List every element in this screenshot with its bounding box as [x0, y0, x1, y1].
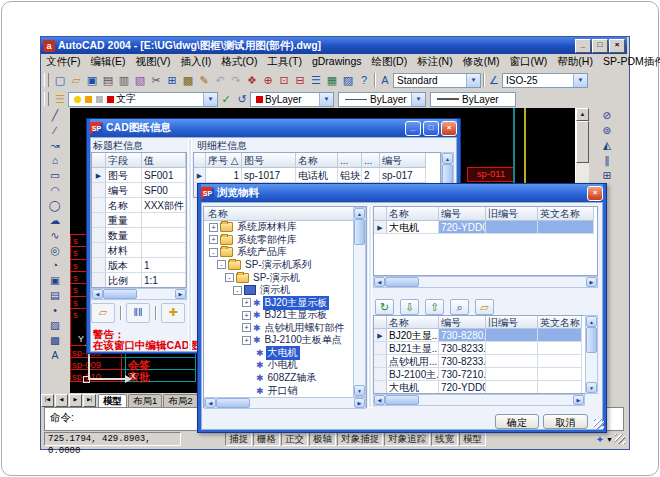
fields-row-3[interactable]: 重量	[92, 213, 186, 228]
tab-first-icon[interactable]: |◀	[41, 394, 54, 407]
status-menu-arrow-icon[interactable]: ▼	[606, 436, 613, 443]
properties-icon[interactable]: ☰	[308, 73, 324, 88]
scroll-thumb[interactable]	[586, 327, 597, 353]
details-header-4[interactable]: ...	[362, 153, 380, 168]
maximize-icon[interactable]: □	[423, 121, 439, 136]
circle-icon[interactable]: ◯	[46, 198, 64, 213]
tree-item-2[interactable]: -系统产品库	[204, 246, 353, 259]
scroll-thumb[interactable]	[385, 395, 419, 405]
fields-row-1[interactable]: 编号SF00	[92, 183, 186, 198]
tree-item-12[interactable]: ✱608ZZ轴承	[204, 372, 353, 385]
fields-row-6[interactable]: 版本1	[92, 258, 186, 273]
details-header-1[interactable]: 图号	[242, 153, 296, 168]
column-header-2[interactable]: 旧编号	[486, 207, 538, 221]
expand-icon[interactable]: +	[209, 235, 218, 244]
result-table[interactable]: 名称编号旧编号英文名称 ▶大电机720-YDD0...	[373, 206, 598, 276]
details-header-0[interactable]: 序号 △	[206, 153, 242, 168]
tree-vscrollbar[interactable]: ▲ ▼	[353, 207, 366, 397]
expand-icon[interactable]: +	[242, 311, 251, 320]
tree-item-1[interactable]: +系统零部件库	[204, 234, 353, 247]
array-icon[interactable]: ⊞	[598, 168, 616, 183]
lineweight-combo[interactable]: ByLayer	[430, 92, 516, 107]
scroll-left-icon[interactable]: ◀	[205, 398, 216, 408]
tree-item-4[interactable]: -SP-演示机	[204, 271, 353, 284]
scroll-thumb[interactable]	[385, 277, 419, 287]
plot-preview-icon[interactable]: ▥	[116, 73, 132, 88]
copy-icon[interactable]: ⊞	[164, 73, 180, 88]
browse-dialog-titlebar[interactable]: SP 浏览物料 ×	[201, 184, 603, 202]
collapse-icon[interactable]: -	[225, 273, 234, 282]
chevron-down-icon[interactable]: ▼	[319, 93, 333, 106]
column-header-1[interactable]: 编号	[439, 207, 486, 221]
tree-item-9[interactable]: +✱BJ-2100主板单点	[204, 334, 353, 347]
menu-item-1[interactable]: 编辑(E)	[85, 55, 130, 69]
list-table[interactable]: 名称编号旧编号英文名称 ▶BJ20主显...730-8280...BJ21主显.…	[373, 315, 598, 394]
table-row-0[interactable]: ▶BJ20主显...730-8280...	[374, 329, 597, 342]
tab-last-icon[interactable]: ▶|	[83, 394, 96, 407]
fields-row-5[interactable]: 材料	[92, 243, 186, 258]
save-icon[interactable]: ▣	[84, 73, 100, 88]
import-down-icon[interactable]: ⇩	[400, 299, 419, 315]
tab-模型[interactable]: 模型	[98, 394, 127, 407]
details-header-3[interactable]: ...	[338, 153, 362, 168]
revcloud-icon[interactable]: ☁	[46, 213, 64, 228]
zoom-window-icon[interactable]: ⊡	[276, 73, 292, 88]
menu-item-9[interactable]: 修改(M)	[458, 55, 505, 69]
scroll-left-icon[interactable]: ◀	[92, 289, 103, 299]
open-folder-icon[interactable]: ▱	[475, 299, 494, 315]
menu-item-0[interactable]: 文件(F)	[41, 55, 85, 69]
fields-header-1[interactable]: 值	[142, 153, 186, 168]
fields-grid[interactable]: 字段值 ▶图号SF001编号SF00名称XXX部件重量数量材料版本1比例1:1	[91, 152, 187, 288]
maximize-icon[interactable]: □	[592, 39, 608, 53]
status-toggle-2[interactable]: 正交	[281, 432, 308, 446]
mirror-icon[interactable]: ◭	[598, 138, 616, 153]
zoom-realtime-icon[interactable]: ⊕	[260, 73, 276, 88]
ellipse-arc-icon[interactable]: ◔	[46, 258, 64, 273]
details-row-0[interactable]: ▶1sp-1017电话机铝块2sp-017	[194, 168, 440, 183]
close-icon[interactable]: ×	[587, 186, 603, 201]
fields-row-2[interactable]: 名称XXX部件	[92, 198, 186, 213]
tree-item-6[interactable]: +✱BJ20主显示板	[204, 296, 353, 309]
arc-icon[interactable]: ◠	[46, 183, 64, 198]
column-header-1[interactable]: 编号	[439, 316, 486, 329]
cancel-button[interactable]: 取消	[543, 414, 588, 429]
tree-item-11[interactable]: ✱小电机	[204, 359, 353, 372]
fields-row-7[interactable]: 比例1:1	[92, 273, 186, 288]
table-row-0[interactable]: ▶大电机720-YDD0...	[374, 221, 597, 234]
tree-item-3[interactable]: -SP-演示机系列	[204, 259, 353, 272]
list-vscrollbar[interactable]: ▲ ▼	[585, 315, 598, 394]
tab-布局2[interactable]: 布局2	[163, 394, 197, 407]
redo-icon[interactable]: ↷	[228, 73, 244, 88]
chevron-down-icon[interactable]: ▼	[466, 74, 480, 87]
expand-icon[interactable]: +	[209, 223, 218, 232]
close-icon[interactable]: ×	[609, 39, 625, 53]
zoom-previous-icon[interactable]: ⊟	[292, 73, 308, 88]
menu-item-7[interactable]: 绘图(D)	[367, 55, 413, 69]
menu-item-6[interactable]: gDrawings	[307, 55, 367, 69]
column-header-2[interactable]: 旧编号	[486, 316, 538, 329]
tool-palettes-icon[interactable]: ▨	[340, 73, 356, 88]
tree-item-7[interactable]: +✱BJ21主显示板	[204, 309, 353, 322]
scroll-up-icon[interactable]: ▲	[576, 108, 589, 121]
dialog-resize-grip[interactable]	[594, 419, 604, 429]
scroll-left-icon[interactable]: ◀	[374, 395, 385, 405]
plot-icon[interactable]: ▤	[100, 73, 116, 88]
status-toggle-6[interactable]: 线宽	[431, 432, 458, 446]
erase-icon[interactable]: ⊘	[598, 108, 616, 123]
close-icon[interactable]: ×	[441, 121, 457, 136]
status-toggle-7[interactable]: 模型	[459, 432, 486, 446]
tree-hscrollbar[interactable]: ◀ ▶	[204, 397, 366, 409]
help-icon[interactable]: ?	[356, 73, 372, 88]
tree-item-10[interactable]: ✱大电机	[204, 347, 353, 360]
scroll-right-icon[interactable]: ▶	[354, 398, 365, 408]
menu-item-11[interactable]: 帮助(H)	[552, 55, 598, 69]
dim-style-combo[interactable]: ISO-25 ▼	[502, 73, 588, 88]
toolbar-grip[interactable]	[44, 92, 49, 106]
table-row-3[interactable]: BJ-2100主...730-7210...	[374, 368, 597, 381]
tab-prev-icon[interactable]: ◀	[55, 394, 68, 407]
status-toggle-3[interactable]: 极轴	[309, 432, 336, 446]
open-folder-icon[interactable]: ▱	[91, 303, 115, 323]
tree-item-8[interactable]: +✱点钞机用螺钉部件	[204, 322, 353, 335]
details-header-5[interactable]: 编号	[380, 153, 426, 168]
resize-grip[interactable]	[615, 434, 625, 444]
